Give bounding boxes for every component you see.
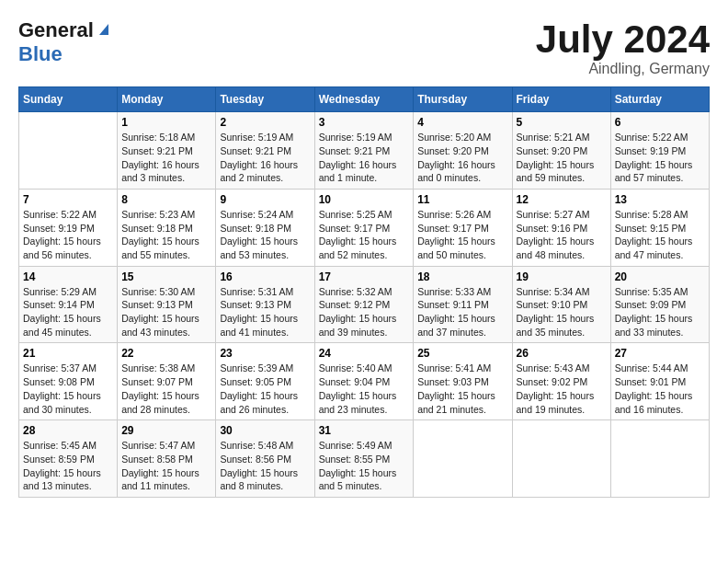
calendar-cell: 19Sunrise: 5:34 AM Sunset: 9:10 PM Dayli… [512,266,610,343]
day-info: Sunrise: 5:45 AM Sunset: 8:59 PM Dayligh… [23,439,113,493]
calendar-cell: 7Sunrise: 5:22 AM Sunset: 9:19 PM Daylig… [19,189,118,266]
weekday-header-thursday: Thursday [414,87,512,112]
day-info: Sunrise: 5:49 AM Sunset: 8:55 PM Dayligh… [319,439,410,493]
day-info: Sunrise: 5:41 AM Sunset: 9:03 PM Dayligh… [417,362,507,416]
day-info: Sunrise: 5:34 AM Sunset: 9:10 PM Dayligh… [517,285,607,339]
calendar-cell: 29Sunrise: 5:47 AM Sunset: 8:58 PM Dayli… [118,420,216,498]
calendar-cell: 2Sunrise: 5:19 AM Sunset: 9:21 PM Daylig… [216,112,314,190]
day-number: 14 [23,270,113,283]
calendar-cell: 18Sunrise: 5:33 AM Sunset: 9:11 PM Dayli… [414,266,512,343]
day-number: 3 [319,116,410,129]
location-title: Aindling, Germany [536,61,710,77]
day-info: Sunrise: 5:23 AM Sunset: 9:18 PM Dayligh… [121,208,211,262]
day-number: 29 [121,424,211,437]
calendar-cell: 13Sunrise: 5:28 AM Sunset: 9:15 PM Dayli… [610,189,709,266]
day-info: Sunrise: 5:22 AM Sunset: 9:19 PM Dayligh… [615,131,705,185]
day-number: 27 [615,347,705,360]
calendar-cell: 10Sunrise: 5:25 AM Sunset: 9:17 PM Dayli… [314,189,414,266]
calendar-cell: 12Sunrise: 5:27 AM Sunset: 9:16 PM Dayli… [512,189,610,266]
day-number: 13 [615,193,705,206]
month-title: July 2024 [536,18,710,61]
day-info: Sunrise: 5:37 AM Sunset: 9:08 PM Dayligh… [23,362,113,416]
day-number: 24 [319,347,410,360]
calendar-cell: 28Sunrise: 5:45 AM Sunset: 8:59 PM Dayli… [19,420,118,498]
weekday-header-tuesday: Tuesday [216,87,314,112]
day-number: 23 [220,347,310,360]
calendar-cell: 1Sunrise: 5:18 AM Sunset: 9:21 PM Daylig… [118,112,216,190]
day-info: Sunrise: 5:24 AM Sunset: 9:18 PM Dayligh… [220,208,310,262]
calendar-cell: 11Sunrise: 5:26 AM Sunset: 9:17 PM Dayli… [414,189,512,266]
weekday-header-monday: Monday [118,87,216,112]
day-info: Sunrise: 5:22 AM Sunset: 9:19 PM Dayligh… [23,208,113,262]
weekday-header-saturday: Saturday [610,87,709,112]
weekday-header-friday: Friday [512,87,610,112]
day-number: 1 [121,116,211,129]
day-info: Sunrise: 5:31 AM Sunset: 9:13 PM Dayligh… [220,285,310,339]
day-number: 6 [615,116,705,129]
calendar-cell: 21Sunrise: 5:37 AM Sunset: 9:08 PM Dayli… [19,343,118,420]
day-info: Sunrise: 5:43 AM Sunset: 9:02 PM Dayligh… [517,362,607,416]
day-number: 28 [23,424,113,437]
day-info: Sunrise: 5:26 AM Sunset: 9:17 PM Dayligh… [417,208,507,262]
day-number: 12 [517,193,607,206]
calendar-cell: 15Sunrise: 5:30 AM Sunset: 9:13 PM Dayli… [118,266,216,343]
day-number: 22 [121,347,211,360]
day-number: 8 [121,193,211,206]
day-number: 4 [417,116,507,129]
day-info: Sunrise: 5:40 AM Sunset: 9:04 PM Dayligh… [319,362,410,416]
calendar-cell: 26Sunrise: 5:43 AM Sunset: 9:02 PM Dayli… [512,343,610,420]
day-info: Sunrise: 5:25 AM Sunset: 9:17 PM Dayligh… [319,208,410,262]
weekday-header-sunday: Sunday [19,87,118,112]
day-info: Sunrise: 5:32 AM Sunset: 9:12 PM Dayligh… [319,285,410,339]
calendar-cell: 16Sunrise: 5:31 AM Sunset: 9:13 PM Dayli… [216,266,314,343]
logo-general: General [18,18,94,42]
calendar-cell: 6Sunrise: 5:22 AM Sunset: 9:19 PM Daylig… [610,112,709,190]
day-info: Sunrise: 5:27 AM Sunset: 9:16 PM Dayligh… [517,208,607,262]
logo-icon [96,20,112,37]
day-number: 2 [220,116,310,129]
day-number: 25 [417,347,507,360]
calendar-cell: 5Sunrise: 5:21 AM Sunset: 9:20 PM Daylig… [512,112,610,190]
day-info: Sunrise: 5:48 AM Sunset: 8:56 PM Dayligh… [220,439,310,493]
calendar-cell [19,112,118,190]
day-number: 30 [220,424,310,437]
calendar-cell [512,420,610,498]
calendar-cell: 20Sunrise: 5:35 AM Sunset: 9:09 PM Dayli… [610,266,709,343]
day-info: Sunrise: 5:30 AM Sunset: 9:13 PM Dayligh… [121,285,211,339]
day-number: 19 [517,270,607,283]
calendar-week-2: 14Sunrise: 5:29 AM Sunset: 9:14 PM Dayli… [19,266,710,343]
day-info: Sunrise: 5:19 AM Sunset: 9:21 PM Dayligh… [220,131,310,185]
calendar-cell: 30Sunrise: 5:48 AM Sunset: 8:56 PM Dayli… [216,420,314,498]
calendar-cell: 3Sunrise: 5:19 AM Sunset: 9:21 PM Daylig… [314,112,414,190]
day-number: 26 [517,347,607,360]
logo: General Blue [18,18,112,66]
calendar-cell: 17Sunrise: 5:32 AM Sunset: 9:12 PM Dayli… [314,266,414,343]
day-info: Sunrise: 5:38 AM Sunset: 9:07 PM Dayligh… [121,362,211,416]
day-info: Sunrise: 5:21 AM Sunset: 9:20 PM Dayligh… [517,131,607,185]
day-number: 17 [319,270,410,283]
weekday-header-row: SundayMondayTuesdayWednesdayThursdayFrid… [19,87,710,112]
day-number: 31 [319,424,410,437]
day-info: Sunrise: 5:39 AM Sunset: 9:05 PM Dayligh… [220,362,310,416]
logo-blue: Blue [18,42,63,65]
day-info: Sunrise: 5:28 AM Sunset: 9:15 PM Dayligh… [615,208,705,262]
day-info: Sunrise: 5:29 AM Sunset: 9:14 PM Dayligh… [23,285,113,339]
day-info: Sunrise: 5:18 AM Sunset: 9:21 PM Dayligh… [121,131,211,185]
calendar-cell: 27Sunrise: 5:44 AM Sunset: 9:01 PM Dayli… [610,343,709,420]
day-number: 10 [319,193,410,206]
day-number: 16 [220,270,310,283]
day-info: Sunrise: 5:33 AM Sunset: 9:11 PM Dayligh… [417,285,507,339]
day-info: Sunrise: 5:47 AM Sunset: 8:58 PM Dayligh… [121,439,211,493]
day-number: 21 [23,347,113,360]
calendar-week-0: 1Sunrise: 5:18 AM Sunset: 9:21 PM Daylig… [19,112,710,190]
day-number: 18 [417,270,507,283]
calendar-week-4: 28Sunrise: 5:45 AM Sunset: 8:59 PM Dayli… [19,420,710,498]
day-number: 5 [517,116,607,129]
day-info: Sunrise: 5:19 AM Sunset: 9:21 PM Dayligh… [319,131,410,185]
weekday-header-wednesday: Wednesday [314,87,414,112]
day-info: Sunrise: 5:20 AM Sunset: 9:20 PM Dayligh… [417,131,507,185]
page-header: General Blue July 2024 Aindling, Germany [18,18,710,77]
day-number: 9 [220,193,310,206]
day-number: 20 [615,270,705,283]
day-info: Sunrise: 5:44 AM Sunset: 9:01 PM Dayligh… [615,362,705,416]
